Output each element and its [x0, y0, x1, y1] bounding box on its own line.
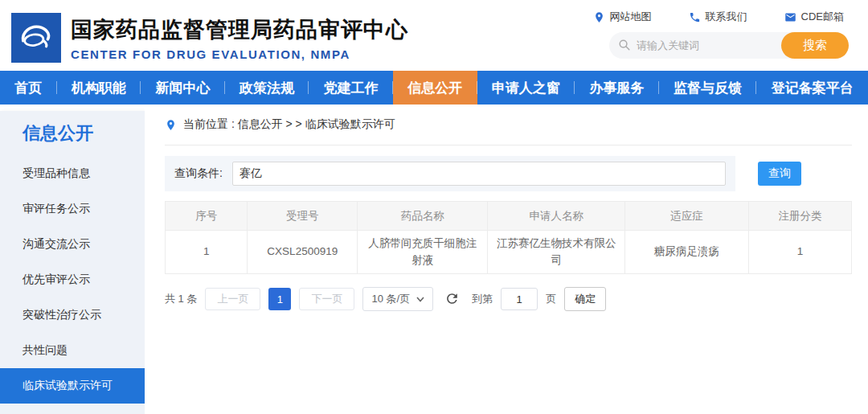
nav-item-home[interactable]: 首页	[0, 71, 57, 105]
query-label: 查询条件:	[174, 166, 223, 181]
sidebar-item-common-issues[interactable]: 共性问题	[0, 333, 145, 368]
next-page-button[interactable]: 下一页	[299, 288, 354, 310]
sidebar-item-communication[interactable]: 沟通交流公示	[0, 227, 145, 262]
cde-logo[interactable]	[11, 13, 61, 63]
sidebar-item-breakthrough-therapy[interactable]: 突破性治疗公示	[0, 297, 145, 333]
col-header-acceptance-number: 受理号	[248, 202, 358, 231]
query-box: 查询条件:	[165, 156, 735, 191]
page-size-value: 10 条/页	[371, 292, 410, 306]
prev-page-button[interactable]: 上一页	[205, 288, 260, 310]
sitemap-link-label: 网站地图	[610, 10, 652, 24]
brand-block: 国家药品监督管理局药品审评中心 CENTER FOR DRUG EVALUATI…	[11, 0, 408, 71]
nav-item-news[interactable]: 新闻中心	[141, 71, 225, 105]
results-table: 序号 受理号 药品名称 申请人名称 适应症 注册分类 1 CXSL2500919…	[165, 201, 852, 274]
col-header-registration-class: 注册分类	[748, 202, 851, 231]
nav-item-functions[interactable]: 机构职能	[57, 71, 141, 105]
sidebar-item-clinical-trial-implied-license[interactable]: 临床试验默示许可	[0, 368, 145, 404]
nav-item-services[interactable]: 办事服务	[575, 71, 659, 105]
query-section: 查询条件: 查询	[165, 156, 852, 191]
sidebar-item-marketed-drugs[interactable]: 上市药品信息	[0, 404, 145, 414]
site-search-button[interactable]: 搜索	[781, 32, 849, 59]
site-subtitle: CENTER FOR DRUG EVALUATION, NMPA	[71, 47, 408, 61]
envelope-icon	[784, 11, 796, 23]
table-row: 1 CXSL2500919 人脐带间充质干细胞注射液 江苏赛亿生物技术有限公司 …	[166, 231, 852, 274]
cell-applicant-name: 江苏赛亿生物技术有限公司	[488, 231, 625, 274]
sidebar-item-accepted-varieties[interactable]: 受理品种信息	[0, 156, 145, 191]
site-header: 国家药品监督管理局药品审评中心 CENTER FOR DRUG EVALUATI…	[0, 0, 868, 71]
table-header-row: 序号 受理号 药品名称 申请人名称 适应症 注册分类	[166, 202, 852, 231]
page: 国家药品监督管理局药品审评中心 CENTER FOR DRUG EVALUATI…	[0, 0, 868, 414]
sidebar: 信息公开 受理品种信息 审评任务公示 沟通交流公示 优先审评公示 突破性治疗公示…	[0, 111, 145, 414]
cell-index: 1	[166, 231, 248, 274]
refresh-icon[interactable]	[444, 291, 461, 307]
site-title: 国家药品监督管理局药品审评中心	[71, 15, 408, 44]
col-header-applicant-name: 申请人名称	[488, 202, 625, 231]
header-right: 网站地图 联系我们 CDE邮箱 搜索	[593, 0, 849, 71]
contact-link-label: 联系我们	[706, 10, 747, 24]
nav-item-applicant-window[interactable]: 申请人之窗	[477, 71, 575, 105]
brand-text: 国家药品监督管理局药品审评中心 CENTER FOR DRUG EVALUATI…	[71, 15, 408, 61]
location-pin-icon	[165, 119, 177, 131]
goto-prefix-label: 到第	[472, 292, 493, 306]
main-nav: 首页 机构职能 新闻中心 政策法规 党建工作 信息公开 申请人之窗 办事服务 监…	[0, 71, 868, 105]
location-pin-icon	[593, 11, 605, 23]
main-content: 当前位置 : 信息公开 > > 临床试验默示许可 查询条件: 查询 序号 受理	[145, 105, 868, 414]
nav-item-registration-platform[interactable]: 登记备案平台	[756, 71, 868, 105]
nav-item-policies[interactable]: 政策法规	[225, 71, 309, 105]
cell-indication: 糖尿病足溃疡	[625, 231, 749, 274]
col-header-index: 序号	[166, 202, 248, 231]
chevron-down-icon	[416, 297, 424, 302]
col-header-indication: 适应症	[625, 202, 749, 231]
sidebar-item-priority-review[interactable]: 优先审评公示	[0, 262, 145, 297]
cde-mail-link[interactable]: CDE邮箱	[784, 10, 844, 24]
sitemap-link[interactable]: 网站地图	[593, 10, 652, 24]
nav-item-party-building[interactable]: 党建工作	[309, 71, 393, 105]
breadcrumb-text: 当前位置 : 信息公开 > > 临床试验默示许可	[183, 117, 395, 132]
page-number-button[interactable]: 1	[268, 288, 291, 310]
cell-drug-name: 人脐带间充质干细胞注射液	[358, 231, 488, 274]
confirm-button[interactable]: 确定	[564, 287, 606, 311]
contact-link[interactable]: 联系我们	[689, 10, 747, 24]
cde-mail-link-label: CDE邮箱	[801, 10, 844, 24]
page-size-select[interactable]: 10 条/页	[362, 287, 433, 311]
breadcrumb: 当前位置 : 信息公开 > > 临床试验默示许可	[165, 105, 852, 146]
pagination: 共 1 条 上一页 1 下一页 10 条/页 到第 页 确定	[165, 287, 852, 311]
goto-page-input[interactable]	[501, 288, 538, 310]
site-search: 搜索	[609, 32, 849, 59]
cell-registration-class: 1	[748, 231, 851, 274]
sidebar-item-review-tasks[interactable]: 审评任务公示	[0, 191, 145, 227]
query-input[interactable]	[232, 162, 726, 186]
query-button[interactable]: 查询	[758, 162, 801, 186]
phone-icon	[689, 11, 701, 23]
search-icon	[618, 39, 631, 51]
cell-acceptance-number: CXSL2500919	[248, 231, 358, 274]
body: 信息公开 受理品种信息 审评任务公示 沟通交流公示 优先审评公示 突破性治疗公示…	[0, 105, 868, 414]
nav-item-supervision-feedback[interactable]: 监督与反馈	[659, 71, 757, 105]
sidebar-title: 信息公开	[0, 111, 145, 156]
swan-logo-icon	[14, 16, 58, 59]
col-header-drug-name: 药品名称	[358, 202, 488, 231]
nav-item-info-disclosure[interactable]: 信息公开	[393, 71, 477, 105]
quick-links: 网站地图 联系我们 CDE邮箱	[593, 10, 844, 24]
total-count: 共 1 条	[165, 292, 197, 306]
goto-suffix-label: 页	[546, 292, 556, 306]
